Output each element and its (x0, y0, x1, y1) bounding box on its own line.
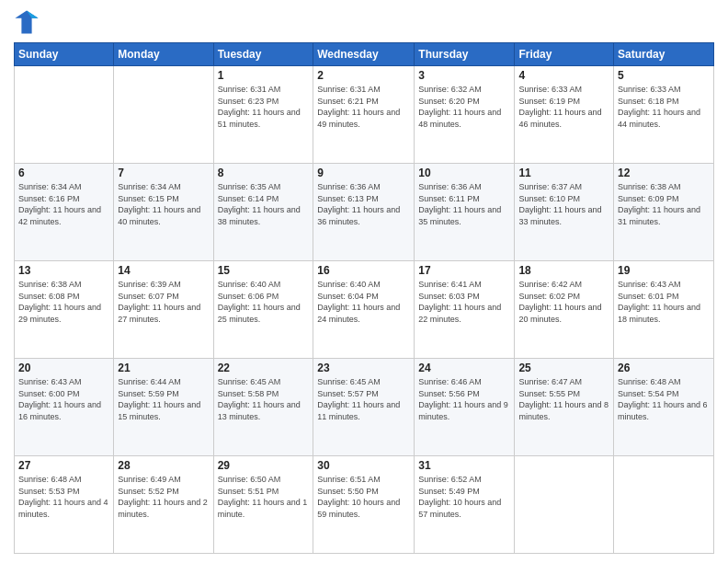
header-cell-tuesday: Tuesday (213, 43, 313, 66)
day-number: 23 (317, 362, 410, 374)
header-cell-saturday: Saturday (614, 43, 714, 66)
day-info: Sunrise: 6:48 AM Sunset: 5:54 PM Dayligh… (618, 376, 710, 422)
day-cell: 22Sunrise: 6:45 AM Sunset: 5:58 PM Dayli… (213, 359, 313, 456)
day-number: 6 (18, 167, 109, 179)
day-cell: 24Sunrise: 6:46 AM Sunset: 5:56 PM Dayli… (415, 359, 515, 456)
header (14, 9, 714, 35)
day-cell: 26Sunrise: 6:48 AM Sunset: 5:54 PM Dayli… (614, 359, 714, 456)
day-number: 22 (218, 362, 310, 374)
day-info: Sunrise: 6:34 AM Sunset: 6:16 PM Dayligh… (18, 181, 109, 227)
logo (14, 9, 43, 35)
day-cell: 5Sunrise: 6:33 AM Sunset: 6:18 PM Daylig… (614, 66, 714, 164)
day-cell: 31Sunrise: 6:52 AM Sunset: 5:49 PM Dayli… (415, 456, 515, 554)
day-cell: 20Sunrise: 6:43 AM Sunset: 6:00 PM Dayli… (15, 359, 114, 456)
day-info: Sunrise: 6:41 AM Sunset: 6:03 PM Dayligh… (418, 279, 510, 325)
day-cell: 2Sunrise: 6:31 AM Sunset: 6:21 PM Daylig… (313, 66, 415, 164)
day-cell: 15Sunrise: 6:40 AM Sunset: 6:06 PM Dayli… (213, 261, 313, 359)
day-number: 20 (18, 362, 109, 374)
svg-marker-0 (15, 10, 38, 33)
day-cell: 27Sunrise: 6:48 AM Sunset: 5:53 PM Dayli… (15, 456, 114, 554)
calendar-body: 1Sunrise: 6:31 AM Sunset: 6:23 PM Daylig… (15, 66, 714, 554)
day-cell: 19Sunrise: 6:43 AM Sunset: 6:01 PM Dayli… (614, 261, 714, 359)
day-info: Sunrise: 6:42 AM Sunset: 6:02 PM Dayligh… (518, 279, 609, 325)
day-number: 29 (218, 459, 310, 472)
logo-icon (14, 9, 40, 35)
week-row-3: 13Sunrise: 6:38 AM Sunset: 6:08 PM Dayli… (15, 261, 714, 359)
day-number: 26 (618, 362, 710, 374)
day-number: 14 (118, 264, 209, 277)
day-number: 2 (317, 69, 410, 82)
day-info: Sunrise: 6:51 AM Sunset: 5:50 PM Dayligh… (317, 474, 410, 520)
day-number: 19 (618, 264, 710, 277)
day-number: 4 (518, 69, 609, 82)
header-cell-monday: Monday (114, 43, 213, 66)
day-info: Sunrise: 6:33 AM Sunset: 6:19 PM Dayligh… (518, 84, 609, 130)
day-number: 12 (618, 167, 710, 179)
day-number: 30 (317, 459, 410, 472)
week-row-4: 20Sunrise: 6:43 AM Sunset: 6:00 PM Dayli… (15, 359, 714, 456)
day-info: Sunrise: 6:36 AM Sunset: 6:13 PM Dayligh… (317, 181, 410, 227)
day-info: Sunrise: 6:45 AM Sunset: 5:58 PM Dayligh… (218, 376, 310, 422)
day-cell: 30Sunrise: 6:51 AM Sunset: 5:50 PM Dayli… (313, 456, 415, 554)
day-info: Sunrise: 6:43 AM Sunset: 6:01 PM Dayligh… (618, 279, 710, 325)
day-info: Sunrise: 6:38 AM Sunset: 6:09 PM Dayligh… (618, 181, 710, 227)
day-info: Sunrise: 6:35 AM Sunset: 6:14 PM Dayligh… (218, 181, 310, 227)
day-number: 11 (518, 167, 609, 179)
header-row: SundayMondayTuesdayWednesdayThursdayFrid… (15, 43, 714, 66)
day-number: 27 (18, 459, 109, 472)
week-row-1: 1Sunrise: 6:31 AM Sunset: 6:23 PM Daylig… (15, 66, 714, 164)
calendar-header: SundayMondayTuesdayWednesdayThursdayFrid… (15, 43, 714, 66)
day-cell: 8Sunrise: 6:35 AM Sunset: 6:14 PM Daylig… (213, 164, 313, 261)
day-info: Sunrise: 6:52 AM Sunset: 5:49 PM Dayligh… (418, 474, 510, 520)
day-number: 16 (317, 264, 410, 277)
day-info: Sunrise: 6:40 AM Sunset: 6:04 PM Dayligh… (317, 279, 410, 325)
day-info: Sunrise: 6:50 AM Sunset: 5:51 PM Dayligh… (218, 474, 310, 520)
day-number: 9 (317, 167, 410, 179)
day-cell (114, 66, 213, 164)
day-info: Sunrise: 6:40 AM Sunset: 6:06 PM Dayligh… (218, 279, 310, 325)
header-cell-thursday: Thursday (415, 43, 515, 66)
day-cell: 23Sunrise: 6:45 AM Sunset: 5:57 PM Dayli… (313, 359, 415, 456)
day-number: 3 (418, 69, 510, 82)
day-info: Sunrise: 6:45 AM Sunset: 5:57 PM Dayligh… (317, 376, 410, 422)
day-number: 5 (618, 69, 710, 82)
day-number: 8 (218, 167, 310, 179)
day-info: Sunrise: 6:48 AM Sunset: 5:53 PM Dayligh… (18, 474, 109, 520)
day-cell: 11Sunrise: 6:37 AM Sunset: 6:10 PM Dayli… (515, 164, 614, 261)
day-number: 1 (218, 69, 310, 82)
day-number: 17 (418, 264, 510, 277)
day-cell: 16Sunrise: 6:40 AM Sunset: 6:04 PM Dayli… (313, 261, 415, 359)
day-info: Sunrise: 6:43 AM Sunset: 6:00 PM Dayligh… (18, 376, 109, 422)
day-number: 28 (118, 459, 209, 472)
day-number: 25 (518, 362, 609, 374)
page: SundayMondayTuesdayWednesdayThursdayFrid… (0, 0, 728, 563)
week-row-2: 6Sunrise: 6:34 AM Sunset: 6:16 PM Daylig… (15, 164, 714, 261)
day-cell (614, 456, 714, 554)
day-cell: 17Sunrise: 6:41 AM Sunset: 6:03 PM Dayli… (415, 261, 515, 359)
day-number: 24 (418, 362, 510, 374)
day-cell: 4Sunrise: 6:33 AM Sunset: 6:19 PM Daylig… (515, 66, 614, 164)
day-number: 31 (418, 459, 510, 472)
day-info: Sunrise: 6:46 AM Sunset: 5:56 PM Dayligh… (418, 376, 510, 422)
day-info: Sunrise: 6:32 AM Sunset: 6:20 PM Dayligh… (418, 84, 510, 130)
day-number: 18 (518, 264, 609, 277)
day-cell (515, 456, 614, 554)
day-cell: 12Sunrise: 6:38 AM Sunset: 6:09 PM Dayli… (614, 164, 714, 261)
day-cell: 29Sunrise: 6:50 AM Sunset: 5:51 PM Dayli… (213, 456, 313, 554)
day-cell: 28Sunrise: 6:49 AM Sunset: 5:52 PM Dayli… (114, 456, 213, 554)
day-info: Sunrise: 6:33 AM Sunset: 6:18 PM Dayligh… (618, 84, 710, 130)
day-cell: 10Sunrise: 6:36 AM Sunset: 6:11 PM Dayli… (415, 164, 515, 261)
day-number: 13 (18, 264, 109, 277)
day-info: Sunrise: 6:37 AM Sunset: 6:10 PM Dayligh… (518, 181, 609, 227)
day-cell: 14Sunrise: 6:39 AM Sunset: 6:07 PM Dayli… (114, 261, 213, 359)
day-info: Sunrise: 6:31 AM Sunset: 6:23 PM Dayligh… (218, 84, 310, 130)
day-cell: 13Sunrise: 6:38 AM Sunset: 6:08 PM Dayli… (15, 261, 114, 359)
day-info: Sunrise: 6:36 AM Sunset: 6:11 PM Dayligh… (418, 181, 510, 227)
day-info: Sunrise: 6:47 AM Sunset: 5:55 PM Dayligh… (518, 376, 609, 422)
day-info: Sunrise: 6:34 AM Sunset: 6:15 PM Dayligh… (118, 181, 209, 227)
day-info: Sunrise: 6:49 AM Sunset: 5:52 PM Dayligh… (118, 474, 209, 520)
day-cell: 25Sunrise: 6:47 AM Sunset: 5:55 PM Dayli… (515, 359, 614, 456)
day-info: Sunrise: 6:39 AM Sunset: 6:07 PM Dayligh… (118, 279, 209, 325)
header-cell-sunday: Sunday (15, 43, 114, 66)
day-cell: 1Sunrise: 6:31 AM Sunset: 6:23 PM Daylig… (213, 66, 313, 164)
